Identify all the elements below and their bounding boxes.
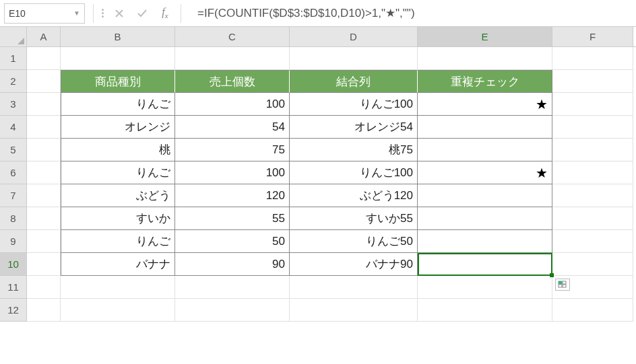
cell[interactable]: すいか55 bbox=[290, 207, 418, 230]
cell[interactable] bbox=[290, 47, 418, 70]
row-header[interactable]: 3 bbox=[0, 93, 27, 116]
cell[interactable]: ぶどう bbox=[61, 184, 175, 207]
cell[interactable] bbox=[418, 47, 552, 70]
formula-input[interactable]: =IF(COUNTIF($D$3:$D$10,D10)>1,"★","") bbox=[185, 6, 636, 20]
table-header-cell[interactable]: 重複チェック bbox=[418, 70, 552, 93]
cell[interactable] bbox=[552, 253, 633, 276]
row-header[interactable]: 11 bbox=[0, 276, 27, 299]
cell[interactable] bbox=[175, 276, 290, 299]
row-header[interactable]: 10 bbox=[0, 253, 27, 276]
cell[interactable] bbox=[552, 47, 633, 70]
cell[interactable] bbox=[61, 47, 175, 70]
row-header[interactable]: 6 bbox=[0, 161, 27, 184]
row-header[interactable]: 5 bbox=[0, 139, 27, 161]
cell[interactable] bbox=[27, 161, 61, 184]
cell[interactable] bbox=[552, 70, 633, 93]
col-header-F[interactable]: F bbox=[552, 27, 633, 46]
cell[interactable] bbox=[418, 207, 552, 230]
cell[interactable] bbox=[27, 93, 61, 116]
cell[interactable] bbox=[418, 253, 552, 276]
row-header[interactable]: 7 bbox=[0, 184, 27, 207]
row-header[interactable]: 8 bbox=[0, 207, 27, 230]
cell[interactable] bbox=[418, 299, 552, 322]
cell[interactable]: 75 bbox=[175, 139, 290, 161]
col-header-A[interactable]: A bbox=[27, 27, 61, 46]
cell[interactable]: バナナ bbox=[61, 253, 175, 276]
name-box[interactable]: E10 ▼ bbox=[4, 3, 85, 24]
cell[interactable] bbox=[418, 184, 552, 207]
cell[interactable]: すいか bbox=[61, 207, 175, 230]
cell[interactable] bbox=[175, 47, 290, 70]
cell[interactable] bbox=[290, 276, 418, 299]
cell[interactable] bbox=[27, 184, 61, 207]
row-header[interactable]: 1 bbox=[0, 47, 27, 70]
cell[interactable]: 100 bbox=[175, 93, 290, 116]
cell[interactable] bbox=[290, 299, 418, 322]
cell[interactable] bbox=[27, 47, 61, 70]
cell[interactable]: 54 bbox=[175, 116, 290, 139]
table-header-cell[interactable]: 売上個数 bbox=[175, 70, 290, 93]
cell[interactable] bbox=[27, 299, 61, 322]
enter-button[interactable] bbox=[131, 3, 154, 24]
cell[interactable]: オレンジ54 bbox=[290, 116, 418, 139]
cell[interactable]: 120 bbox=[175, 184, 290, 207]
select-all-corner[interactable] bbox=[0, 27, 27, 46]
cell[interactable] bbox=[552, 161, 633, 184]
cell[interactable]: りんご bbox=[61, 93, 175, 116]
cancel-button[interactable] bbox=[108, 3, 131, 24]
spreadsheet-grid[interactable]: A B C D E F 1 2 商品種別 売上個数 結合列 重複チェック bbox=[0, 27, 636, 322]
cell[interactable]: オレンジ bbox=[61, 116, 175, 139]
cell[interactable] bbox=[418, 116, 552, 139]
cell[interactable]: りんご50 bbox=[290, 230, 418, 253]
cell[interactable]: 55 bbox=[175, 207, 290, 230]
cell[interactable] bbox=[418, 139, 552, 161]
table-row: 6 りんご 100 りんご100 ★ bbox=[0, 161, 636, 184]
cell[interactable]: りんご bbox=[61, 230, 175, 253]
cell[interactable] bbox=[27, 116, 61, 139]
cell[interactable] bbox=[27, 70, 61, 93]
row-header[interactable]: 12 bbox=[0, 299, 27, 322]
cell[interactable]: ★ bbox=[418, 161, 552, 184]
cell[interactable]: ぶどう120 bbox=[290, 184, 418, 207]
autofill-options-button[interactable] bbox=[555, 279, 570, 291]
cell[interactable] bbox=[552, 116, 633, 139]
cell[interactable]: 100 bbox=[175, 161, 290, 184]
table-header-cell[interactable]: 商品種別 bbox=[61, 70, 175, 93]
cell[interactable]: 50 bbox=[175, 230, 290, 253]
cell[interactable]: 桃75 bbox=[290, 139, 418, 161]
row-header[interactable]: 2 bbox=[0, 70, 27, 93]
cell[interactable]: 90 bbox=[175, 253, 290, 276]
insert-function-button[interactable]: fx bbox=[154, 3, 177, 24]
cell[interactable] bbox=[175, 299, 290, 322]
row-header[interactable]: 4 bbox=[0, 116, 27, 139]
cell[interactable] bbox=[418, 276, 552, 299]
col-header-D[interactable]: D bbox=[290, 27, 418, 46]
cell[interactable]: 桃 bbox=[61, 139, 175, 161]
cell[interactable] bbox=[61, 299, 175, 322]
cell[interactable]: ★ bbox=[418, 93, 552, 116]
cell[interactable] bbox=[552, 207, 633, 230]
table-header-cell[interactable]: 結合列 bbox=[290, 70, 418, 93]
cell[interactable] bbox=[552, 93, 633, 116]
row-header[interactable]: 9 bbox=[0, 230, 27, 253]
col-header-C[interactable]: C bbox=[175, 27, 290, 46]
cell[interactable] bbox=[27, 276, 61, 299]
cell[interactable] bbox=[552, 139, 633, 161]
cell[interactable] bbox=[552, 184, 633, 207]
cell[interactable]: りんご100 bbox=[290, 161, 418, 184]
cell[interactable] bbox=[27, 253, 61, 276]
table-row: 8 すいか 55 すいか55 bbox=[0, 207, 636, 230]
cell[interactable] bbox=[418, 230, 552, 253]
cell[interactable] bbox=[27, 230, 61, 253]
col-header-E[interactable]: E bbox=[418, 27, 552, 46]
cell[interactable] bbox=[61, 276, 175, 299]
cell[interactable]: バナナ90 bbox=[290, 253, 418, 276]
cell[interactable] bbox=[552, 299, 633, 322]
cell[interactable] bbox=[552, 230, 633, 253]
cell[interactable] bbox=[27, 139, 61, 161]
cell[interactable]: りんご bbox=[61, 161, 175, 184]
cell[interactable] bbox=[27, 207, 61, 230]
col-header-B[interactable]: B bbox=[61, 27, 175, 46]
cell[interactable]: りんご100 bbox=[290, 93, 418, 116]
name-box-dropdown-icon[interactable]: ▼ bbox=[73, 9, 80, 17]
